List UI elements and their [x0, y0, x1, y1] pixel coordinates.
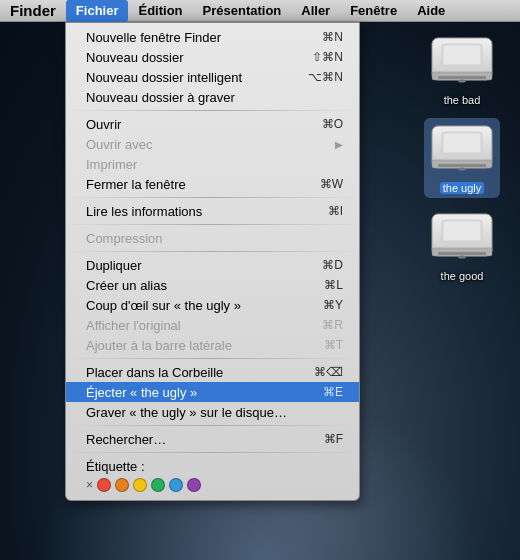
- menu-nouveau-dossier-intelligent[interactable]: Nouveau dossier intelligent ⌥⌘N: [66, 67, 359, 87]
- drive-the-ugly-label: the ugly: [440, 182, 485, 194]
- drive-the-good[interactable]: the good: [424, 206, 500, 286]
- svg-rect-16: [444, 222, 480, 240]
- separator-5: [66, 358, 359, 359]
- svg-rect-4: [444, 46, 480, 64]
- submenu-arrow: ▶: [335, 139, 343, 150]
- separator-6: [66, 425, 359, 426]
- menubar: Finder Fichier Édition Présentation Alle…: [0, 0, 520, 22]
- menubar-item-edition[interactable]: Édition: [128, 0, 192, 22]
- menu-creer-alias[interactable]: Créer un alias ⌘L: [66, 275, 359, 295]
- svg-rect-14: [438, 252, 486, 255]
- svg-point-5: [458, 80, 466, 83]
- drive-the-good-label: the good: [441, 270, 484, 282]
- menu-ejecter[interactable]: Éjecter « the ugly » ⌘E: [66, 382, 359, 402]
- menu-placer-corbeille[interactable]: Placer dans la Corbeille ⌘⌫: [66, 362, 359, 382]
- menubar-item-fichier[interactable]: Fichier: [66, 0, 129, 22]
- label-color-purple[interactable]: [187, 478, 201, 492]
- menu-ouvrir[interactable]: Ouvrir ⌘O: [66, 114, 359, 134]
- menu-lire-informations[interactable]: Lire les informations ⌘I: [66, 201, 359, 221]
- menu-dupliquer[interactable]: Dupliquer ⌘D: [66, 255, 359, 275]
- drive-the-bad[interactable]: the bad: [424, 30, 500, 110]
- menu-afficher-original: Afficher l'original ⌘R: [66, 315, 359, 335]
- label-color-yellow[interactable]: [133, 478, 147, 492]
- separator-4: [66, 251, 359, 252]
- drive-the-bad-label: the bad: [444, 94, 481, 106]
- menubar-item-finder[interactable]: Finder: [0, 0, 66, 22]
- drive-the-good-icon: [428, 210, 496, 268]
- separator-1: [66, 110, 359, 111]
- drive-the-ugly[interactable]: the ugly: [424, 118, 500, 198]
- menu-rechercher[interactable]: Rechercher… ⌘F: [66, 429, 359, 449]
- menu-fermer-fenetre[interactable]: Fermer la fenêtre ⌘W: [66, 174, 359, 194]
- label-color-red[interactable]: [97, 478, 111, 492]
- menu-imprimer: Imprimer: [66, 154, 359, 174]
- separator-7: [66, 452, 359, 453]
- label-x[interactable]: ×: [86, 478, 93, 492]
- menu-nouveau-dossier-graver[interactable]: Nouveau dossier à graver: [66, 87, 359, 107]
- label-colors-row: ×: [66, 476, 359, 496]
- menu-compression: Compression: [66, 228, 359, 248]
- svg-rect-10: [444, 134, 480, 152]
- menu-coup-oeil[interactable]: Coup d'œil sur « the ugly » ⌘Y: [66, 295, 359, 315]
- fichier-menu: Nouvelle fenêtre Finder ⌘N Nouveau dossi…: [65, 22, 360, 501]
- svg-point-17: [458, 256, 466, 259]
- svg-rect-8: [438, 164, 486, 167]
- menu-graver[interactable]: Graver « the ugly » sur le disque…: [66, 402, 359, 422]
- menubar-item-presentation[interactable]: Présentation: [193, 0, 292, 22]
- desktop-icons: the bad the ugly: [424, 30, 500, 286]
- menubar-item-fenetre[interactable]: Fenêtre: [340, 0, 407, 22]
- svg-point-11: [458, 168, 466, 171]
- label-color-green[interactable]: [151, 478, 165, 492]
- menu-nouvelle-fenetre[interactable]: Nouvelle fenêtre Finder ⌘N: [66, 27, 359, 47]
- menu-ouvrir-avec[interactable]: Ouvrir avec ▶: [66, 134, 359, 154]
- drive-the-ugly-icon: [428, 122, 496, 180]
- separator-3: [66, 224, 359, 225]
- menubar-item-aller[interactable]: Aller: [291, 0, 340, 22]
- drive-the-bad-icon: [428, 34, 496, 92]
- menu-nouveau-dossier[interactable]: Nouveau dossier ⇧⌘N: [66, 47, 359, 67]
- menubar-item-aide[interactable]: Aide: [407, 0, 455, 22]
- label-color-blue[interactable]: [169, 478, 183, 492]
- separator-2: [66, 197, 359, 198]
- menu-etiquette: Étiquette :: [66, 456, 359, 476]
- menu-ajouter-barre: Ajouter à la barre latérale ⌘T: [66, 335, 359, 355]
- label-color-orange[interactable]: [115, 478, 129, 492]
- svg-rect-2: [438, 76, 486, 79]
- desktop: Finder Fichier Édition Présentation Alle…: [0, 0, 520, 560]
